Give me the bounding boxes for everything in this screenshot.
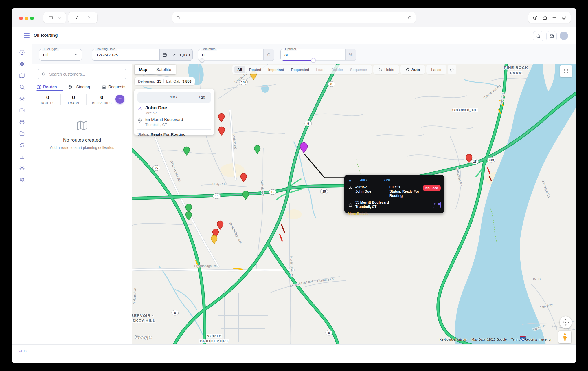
tab-routes[interactable]: Routes — [32, 83, 61, 91]
terms-link[interactable]: Terms — [511, 338, 520, 341]
filter-info-button[interactable] — [448, 65, 456, 74]
svg-text:15: 15 — [473, 160, 477, 163]
filter-sequence[interactable]: Sequence — [347, 66, 370, 73]
pan-control[interactable] — [560, 316, 572, 328]
reports-icon[interactable] — [19, 153, 25, 160]
svg-text:8: 8 — [307, 122, 309, 125]
filter-builder[interactable]: Builder — [328, 66, 346, 73]
optimal-input[interactable] — [281, 52, 345, 58]
close-window-button[interactable] — [19, 17, 23, 20]
optimal-slider[interactable] — [283, 60, 354, 61]
svg-text:8: 8 — [328, 331, 330, 335]
tooltip-gallons: 40G — [360, 178, 367, 182]
avatar[interactable] — [560, 32, 568, 40]
filter-all[interactable]: All — [234, 66, 245, 73]
clock-icon[interactable] — [19, 49, 25, 56]
dashboard-icon[interactable] — [19, 61, 25, 67]
vehicle-icon[interactable] — [19, 119, 25, 125]
downloads-button[interactable] — [533, 15, 538, 20]
svg-text:NORTH: NORTH — [207, 334, 222, 338]
forward-button[interactable] — [86, 15, 91, 20]
more-details-link[interactable]: More Details — [348, 212, 368, 216]
app-version: v3.9.2 — [19, 349, 27, 353]
minimum-field[interactable]: Minimum G — [198, 49, 274, 61]
customer-status-row: Status:Ready For Routing — [137, 132, 211, 136]
calendar-button[interactable] — [159, 49, 170, 61]
refresh-icon — [405, 67, 410, 72]
team-icon[interactable] — [19, 177, 25, 183]
map-filter-bar: All Routed Important Requested Load Buil… — [232, 65, 456, 74]
contact-card-icon[interactable] — [433, 202, 441, 208]
optimal-label: Optimal — [284, 47, 297, 51]
browser-window: Oil Routing Fuel Type Oil Routing Date 1… — [12, 8, 576, 363]
app-header: Oil Routing — [12, 27, 576, 45]
tab-requests[interactable]: Requests — [98, 83, 129, 91]
stat-routes-value: 0 — [36, 95, 59, 100]
menu-button[interactable] — [24, 33, 30, 38]
wallet-icon[interactable] — [19, 107, 25, 114]
header-search-button[interactable] — [533, 31, 543, 41]
reload-icon[interactable] — [407, 15, 412, 20]
page-settings-icon[interactable] — [176, 15, 180, 20]
tab-requests-label: Requests — [108, 85, 125, 89]
blocked-icon — [378, 67, 383, 72]
sidebar-icon — [48, 15, 53, 20]
minimum-input[interactable] — [198, 52, 263, 58]
search-input[interactable] — [49, 72, 123, 77]
share-button[interactable] — [542, 15, 547, 20]
minimum-slider[interactable] — [200, 60, 272, 61]
minimum-slider-handle[interactable] — [200, 58, 204, 63]
filter-important[interactable]: Important — [265, 66, 287, 73]
filter-requested[interactable]: Requested — [288, 66, 312, 73]
zoom-window-button[interactable] — [30, 17, 34, 20]
history-nav — [68, 12, 97, 23]
filter-routed[interactable]: Routed — [246, 66, 264, 73]
optimal-slider-handle[interactable] — [311, 58, 316, 63]
minimize-window-button[interactable] — [25, 17, 28, 20]
holds-toggle[interactable]: Holds — [375, 66, 397, 73]
back-button[interactable] — [74, 15, 80, 20]
map-attribution: Keyboard shortcuts Map Data ©2025 Google… — [439, 338, 552, 341]
map-canvas[interactable]: 8 8 8 8 15 15 15 15 110 25 108 95 Shelto… — [132, 64, 576, 345]
svg-text:Bic Dr: Bic Dr — [533, 277, 542, 281]
fullscreen-button[interactable] — [560, 65, 572, 77]
satellite-view-button[interactable]: Satellite — [152, 65, 176, 74]
svg-text:Huntington Rd: Huntington Rd — [290, 256, 294, 277]
map-icon — [76, 119, 89, 132]
map-icon[interactable] — [19, 72, 25, 79]
customer-card-header: 40G / 20 — [137, 92, 211, 103]
keyboard-shortcuts-link[interactable]: Keyboard shortcuts — [439, 338, 467, 341]
folder-add-icon[interactable] — [19, 130, 25, 137]
search-icon[interactable] — [19, 84, 25, 90]
tab-overview-button[interactable] — [561, 15, 566, 20]
settings-icon[interactable] — [19, 96, 25, 102]
add-route-button[interactable]: + — [115, 95, 124, 104]
sync-icon[interactable] — [19, 142, 25, 148]
messages-button[interactable] — [546, 31, 557, 41]
map-view-button[interactable]: Map — [135, 65, 152, 74]
tab-staging[interactable]: Staging — [64, 83, 94, 91]
customer-search[interactable] — [38, 69, 126, 79]
home-icon — [348, 202, 353, 207]
delivery-tooltip[interactable]: 40G / 20 #92157 John Doe Fills: 1 Status… — [344, 175, 444, 213]
pegman-control[interactable] — [558, 331, 571, 343]
routing-date-input[interactable] — [92, 52, 159, 58]
optimal-field[interactable]: Optimal % — [280, 49, 356, 61]
estimate-button[interactable]: 1,973 — [170, 49, 193, 61]
settings-2-icon[interactable] — [19, 165, 25, 171]
report-error-link[interactable]: Report a map error — [525, 338, 552, 341]
svg-text:15: 15 — [322, 190, 326, 193]
status-value: Ready For Routing — [150, 132, 185, 136]
address-bar[interactable] — [172, 12, 416, 23]
customer-card[interactable]: 40G / 20 John Doe #92157 55 Merritt Boul… — [134, 89, 214, 135]
sidebar-toggle-button[interactable] — [43, 12, 66, 23]
lasso-toggle[interactable]: Lasso — [428, 66, 444, 73]
fuel-type-select[interactable]: Fuel Type Oil — [39, 49, 82, 61]
new-tab-button[interactable] — [552, 15, 557, 20]
routing-date-field[interactable]: Routing Date — [92, 49, 160, 61]
est-gal-value: 3,853 — [182, 79, 191, 83]
auto-toggle[interactable]: Auto — [402, 66, 423, 73]
routing-date-label: Routing Date — [95, 47, 117, 51]
person-icon — [348, 185, 353, 190]
filter-load[interactable]: Load — [313, 66, 328, 73]
